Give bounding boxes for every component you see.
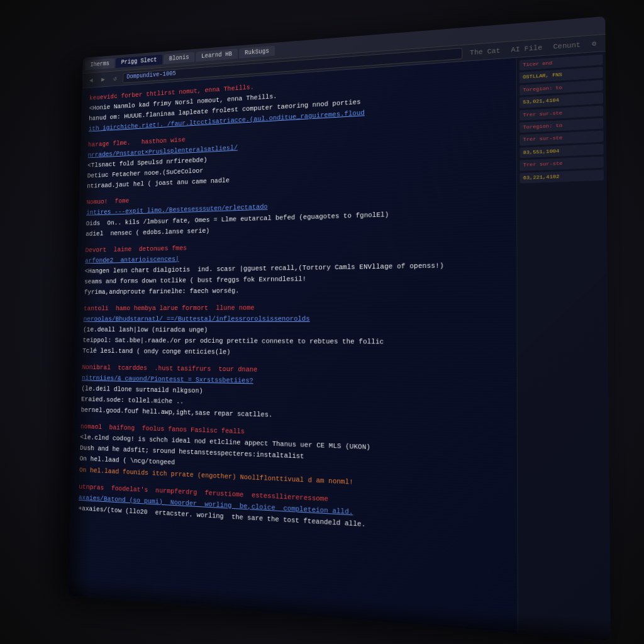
right-sidebar: Ticer end OSTLLAR, FNS Toregion: to 53,0…: [516, 52, 611, 641]
tab-blonis[interactable]: Blonis: [164, 52, 195, 65]
ai-file-link[interactable]: AI File: [508, 43, 545, 55]
cenunt-link[interactable]: Cenunt: [550, 40, 584, 51]
sidebar-item-6: Trer sur-ste: [519, 131, 603, 146]
sidebar-item-8: Trer sur-ste: [519, 157, 604, 171]
line-s5-2: neroolas/Bhudstarnatl/ ==/Buttestal/infl…: [83, 313, 507, 325]
content-area: keuevidc forber thtlirst nomut, enna The…: [69, 52, 611, 641]
settings-icon[interactable]: ⚙: [588, 38, 600, 49]
sidebar-item-7: 83,551,1004: [519, 143, 603, 158]
tab-ruksugs[interactable]: RukSugs: [239, 46, 275, 58]
the-cat-link[interactable]: The Cat: [467, 46, 504, 57]
tab-iherms[interactable]: Iherms: [85, 58, 115, 70]
line-s5-3: (1e.deall lash|low (niiradca unge): [83, 325, 507, 337]
monitor-outer: Iherms Prigg Slect Blonis Learnd HB RukS…: [0, 0, 644, 644]
tab-prigg-slect[interactable]: Prigg Slect: [116, 55, 163, 68]
reload-icon[interactable]: ↺: [111, 74, 120, 83]
line-s5-1: tantoli hamo hembya larue formort llune …: [84, 301, 508, 314]
sidebar-item-9: 63,221,4102: [519, 169, 604, 183]
monitor-screen: Iherms Prigg Slect Blonis Learnd HB RukS…: [69, 16, 611, 641]
nav-forward-icon[interactable]: ▶: [99, 75, 108, 84]
terminal-area: keuevidc forber thtlirst nomut, enna The…: [69, 58, 518, 633]
nav-back-icon[interactable]: ◀: [87, 75, 96, 85]
tab-learnd-hb[interactable]: Learnd HB: [196, 48, 238, 62]
